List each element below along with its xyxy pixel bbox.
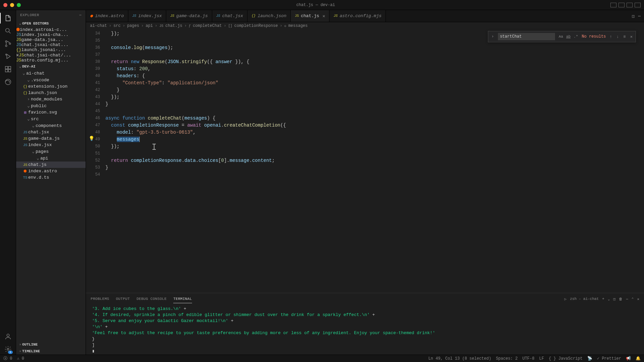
terminal[interactable]: '3. Add ice cubes to the glass.\n' + '4.… — [86, 305, 644, 355]
file-item[interactable]: TSenv.d.ts — [16, 174, 86, 181]
status-eol[interactable]: LF — [539, 356, 544, 361]
code-area[interactable]: }); console.log(messages); return new Re… — [105, 30, 639, 293]
minimap[interactable] — [639, 30, 644, 293]
folder-src[interactable]: ⌄src — [16, 116, 86, 122]
breadcrumb-item[interactable]: chat.js — [165, 24, 182, 28]
open-editor-item[interactable]: JSgame-data.jsa... — [16, 37, 86, 42]
status-prettier[interactable]: ✓ Prettier — [597, 356, 621, 361]
breadcrumb-item[interactable]: completeChat — [193, 24, 222, 28]
window-minimize-button[interactable] — [10, 3, 14, 7]
activity-settings-icon[interactable]: 1 — [3, 344, 13, 355]
status-feedback-icon[interactable]: 📢 — [626, 356, 631, 361]
match-case-icon[interactable]: Aa — [558, 34, 564, 39]
find-selection-icon[interactable]: ≡ — [622, 35, 627, 39]
file-item[interactable]: JSchat.js — [16, 162, 86, 168]
status-cursor[interactable]: Ln 49, Col 13 (8 selected) — [428, 356, 491, 361]
open-editor-item[interactable]: ⬢index.astroai-c... — [16, 27, 86, 32]
timeline-header[interactable]: › TIMELINE — [16, 348, 86, 355]
terminal-kill-icon[interactable]: 🗑 — [619, 297, 623, 301]
folder-.vscode[interactable]: ⌄.vscode — [16, 77, 86, 83]
window-close-button[interactable] — [3, 3, 7, 7]
tab-astro.config.mjs[interactable]: JSastro.config.mjs — [329, 10, 386, 22]
status-warnings-icon[interactable]: ⚠ 0 — [17, 356, 24, 361]
tab-index.jsx[interactable]: JSindex.jsx — [128, 10, 166, 22]
panel-tab-output[interactable]: OUTPUT — [116, 295, 130, 303]
tab-chat.jsx[interactable]: JSchat.jsx — [212, 10, 247, 22]
file-item[interactable]: {}extensions.json — [16, 83, 86, 90]
status-encoding[interactable]: UTF-8 — [522, 356, 535, 361]
find-expand-icon[interactable]: › — [490, 34, 495, 39]
tab-game-data.js[interactable]: JSgame-data.js — [166, 10, 212, 22]
activity-explorer-icon[interactable] — [3, 13, 13, 24]
file-item[interactable]: ▧favicon.svg — [16, 109, 86, 116]
file-item[interactable]: ⬢index.astro — [16, 168, 86, 174]
open-editors-header[interactable]: ⌄ OPEN EDITORS — [16, 20, 86, 27]
close-icon[interactable]: ✕ — [323, 13, 325, 19]
tab-launch.json[interactable]: {}launch.json — [247, 10, 291, 22]
open-editor-item[interactable]: ✕JSchat.jsai-chat/... — [16, 52, 86, 58]
terminal-split-icon[interactable]: ◫ — [613, 297, 616, 301]
folder-node_modules[interactable]: ›node_modules — [16, 96, 86, 102]
toggle-panel-bottom-icon[interactable] — [618, 3, 625, 7]
panel-close-icon[interactable]: ✕ — [637, 297, 639, 301]
match-word-icon[interactable]: ab — [565, 34, 571, 39]
terminal-dropdown-icon[interactable]: ⌄ — [608, 297, 610, 301]
lightbulb-icon[interactable]: 💡 — [89, 136, 94, 141]
regex-icon[interactable]: .* — [572, 34, 579, 39]
activity-debug-icon[interactable] — [3, 51, 13, 62]
status-spaces[interactable]: Spaces: 2 — [496, 356, 518, 361]
activity-extensions-icon[interactable] — [3, 64, 13, 75]
toggle-panel-left-icon[interactable] — [610, 3, 616, 7]
find-close-icon[interactable]: ✕ — [629, 35, 634, 39]
file-item[interactable]: JSgame-data.js — [16, 135, 86, 142]
status-errors-icon[interactable]: ⓧ 0 — [3, 356, 12, 361]
close-icon[interactable]: ✕ — [16, 53, 19, 58]
terminal-more-icon[interactable]: ⋯ — [626, 297, 628, 301]
workspace-header[interactable]: ⌄ DEV-AI — [16, 63, 86, 70]
tab-chat.js[interactable]: JSchat.js✕ — [291, 10, 329, 22]
find-prev-icon[interactable]: ↑ — [609, 35, 613, 39]
open-editor-item[interactable]: JSastro.config.mj... — [16, 58, 86, 63]
folder-api[interactable]: ⌄api — [16, 155, 86, 162]
activity-edge-icon[interactable] — [3, 77, 13, 87]
breadcrumb-item[interactable]: src — [113, 24, 121, 28]
terminal-new-icon[interactable]: + — [602, 297, 604, 301]
breadcrumb-item[interactable]: pages — [127, 24, 139, 28]
breadcrumb-item[interactable]: api — [146, 24, 153, 28]
file-item[interactable]: JSindex.jsx — [16, 142, 86, 148]
find-next-icon[interactable]: ↓ — [615, 35, 620, 39]
activity-scm-icon[interactable] — [3, 38, 13, 49]
panel-tab-debug-console[interactable]: DEBUG CONSOLE — [137, 295, 167, 303]
window-maximize-button[interactable] — [17, 3, 21, 7]
activity-search-icon[interactable] — [3, 26, 13, 36]
more-actions-icon[interactable]: ⋯ — [638, 13, 641, 19]
find-input[interactable] — [498, 33, 555, 40]
open-editor-item[interactable]: JSchat.jsxai-chat... — [16, 42, 86, 47]
breadcrumb-item[interactable]: ai-chat — [90, 24, 107, 28]
panel-maximize-icon[interactable]: ⌃ — [632, 297, 634, 301]
breadcrumb-item[interactable]: completionResponse — [234, 24, 278, 28]
terminal-launch-icon[interactable]: ▷ — [564, 297, 567, 301]
panel-tab-terminal[interactable]: TERMINAL — [173, 295, 192, 303]
breadcrumb[interactable]: ai-chat›src›pages›api›JSchat.js›ƒcomplet… — [86, 22, 644, 30]
tab-index.astro[interactable]: ⬢index.astro — [86, 10, 128, 22]
open-editor-item[interactable]: {}launch.jsonai-... — [16, 47, 86, 52]
toggle-panel-right-icon[interactable] — [627, 3, 633, 7]
split-editor-icon[interactable]: ◫ — [632, 13, 635, 19]
terminal-shell-label[interactable]: zsh - ai-chat — [570, 297, 599, 301]
folder-components[interactable]: ⌄components — [16, 122, 86, 129]
explorer-more-icon[interactable]: ⋯ — [79, 13, 82, 17]
status-bell-icon[interactable]: 🔔 — [636, 356, 641, 361]
outline-header[interactable]: › OUTLINE — [16, 341, 86, 348]
open-editor-item[interactable]: JSindex.jsxai-cha... — [16, 32, 86, 37]
customize-layout-icon[interactable] — [635, 3, 641, 7]
editor[interactable]: 3435363738394041424344454647484950515253… — [86, 30, 644, 293]
file-item[interactable]: JSchat.jsx — [16, 129, 86, 135]
folder-ai-chat[interactable]: ⌄ai-chat — [16, 70, 86, 77]
status-lang[interactable]: { } JavaScript — [549, 356, 583, 361]
breadcrumb-item[interactable]: messages — [288, 24, 308, 28]
folder-pages[interactable]: ⌄pages — [16, 148, 86, 155]
folder-public[interactable]: ⌄public — [16, 102, 86, 109]
file-item[interactable]: {}launch.json — [16, 90, 86, 96]
status-ports-icon[interactable]: 📡 — [587, 356, 592, 361]
